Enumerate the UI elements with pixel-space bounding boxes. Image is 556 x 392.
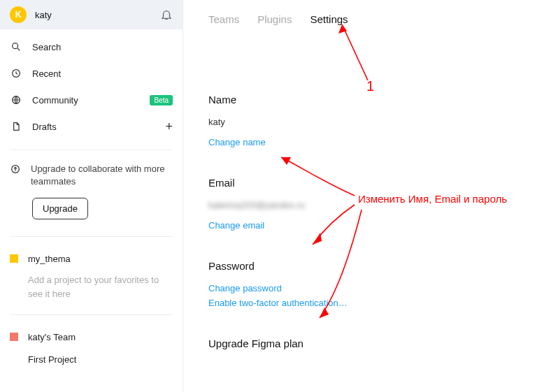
upgrade-block: Upgrade to collaborate with more teammat…: [0, 156, 183, 231]
change-password-link[interactable]: Change password: [208, 283, 535, 293]
nav-label: Drafts: [32, 122, 155, 132]
svg-line-1: [17, 48, 20, 50]
sidebar: K katy Search Recent: [0, 0, 183, 392]
section-title: Email: [208, 177, 535, 189]
globe-icon: [10, 94, 22, 106]
change-name-link[interactable]: Change name: [208, 137, 535, 147]
section-upgrade-plan: Upgrade Figma plan: [208, 337, 535, 349]
section-title: Password: [208, 260, 535, 272]
upload-icon: [10, 163, 21, 175]
team-color-icon: [10, 333, 18, 341]
project-item[interactable]: First Project: [10, 349, 173, 370]
team-header[interactable]: my_thema: [10, 247, 173, 270]
nav-recent[interactable]: Recent: [0, 60, 183, 87]
favorites-hint: Add a project to your favorites to see i…: [10, 270, 173, 309]
user-name: katy: [35, 10, 152, 20]
email-value: katerina203@yandex.ru: [208, 200, 535, 210]
team-color-icon: [10, 254, 18, 263]
nav-label: Recent: [32, 68, 61, 79]
nav-label: Community: [32, 95, 140, 106]
divider: [10, 314, 173, 315]
file-icon: [10, 120, 22, 133]
nav-label: Search: [32, 42, 61, 52]
team-header[interactable]: katy's Team: [10, 325, 173, 349]
plus-icon[interactable]: +: [165, 119, 173, 134]
search-icon: [10, 41, 22, 53]
name-value: katy: [208, 117, 535, 127]
nav-list: Search Recent Community Beta Drafts: [0, 29, 183, 144]
upgrade-text: Upgrade to collaborate with more teammat…: [31, 163, 173, 188]
section-title: Upgrade Figma plan: [208, 337, 535, 349]
tab-plugins[interactable]: Plugins: [257, 13, 292, 25]
team-katys: katy's Team First Project: [0, 321, 183, 370]
team-my-thema: my_thema Add a project to your favorites…: [0, 242, 183, 309]
divider: [10, 150, 173, 150]
user-row[interactable]: K katy: [0, 0, 183, 29]
upgrade-button[interactable]: Upgrade: [32, 198, 88, 219]
enable-2fa-link[interactable]: Enable two-factor authentication…: [208, 298, 535, 308]
section-password: Password Change password Enable two-fact…: [208, 260, 535, 308]
tab-settings[interactable]: Settings: [310, 13, 348, 25]
team-name: my_thema: [28, 254, 71, 264]
change-email-link[interactable]: Change email: [208, 220, 535, 231]
svg-marker-7: [281, 157, 291, 165]
nav-drafts[interactable]: Drafts +: [0, 113, 183, 140]
tab-teams[interactable]: Teams: [208, 13, 239, 25]
divider: [10, 236, 173, 237]
main: Teams Plugins Settings Name katy Change …: [183, 0, 556, 392]
bell-icon[interactable]: [160, 8, 173, 21]
nav-community[interactable]: Community Beta: [0, 87, 183, 113]
section-email: Email katerina203@yandex.ru Change email: [208, 177, 535, 231]
section-title: Name: [208, 94, 535, 106]
annotation-number: 1: [366, 78, 374, 94]
section-name: Name katy Change name: [208, 94, 535, 147]
svg-marker-9: [320, 307, 329, 318]
svg-line-5: [342, 24, 368, 80]
nav-search[interactable]: Search: [0, 34, 183, 60]
svg-marker-8: [313, 233, 322, 245]
svg-point-0: [13, 43, 18, 49]
clock-icon: [10, 67, 22, 80]
beta-badge: Beta: [150, 95, 173, 106]
team-name: katy's Team: [28, 332, 76, 342]
avatar: K: [10, 6, 27, 23]
tabs: Teams Plugins Settings: [208, 7, 535, 31]
